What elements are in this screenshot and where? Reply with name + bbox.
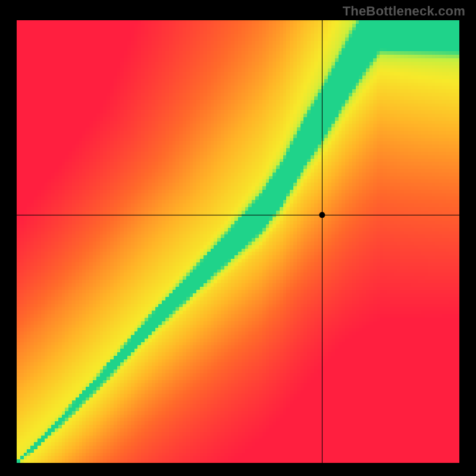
chart-frame: TheBottleneck.com (0, 0, 476, 476)
watermark-text: TheBottleneck.com (343, 4, 465, 19)
bottleneck-heatmap (17, 20, 459, 463)
